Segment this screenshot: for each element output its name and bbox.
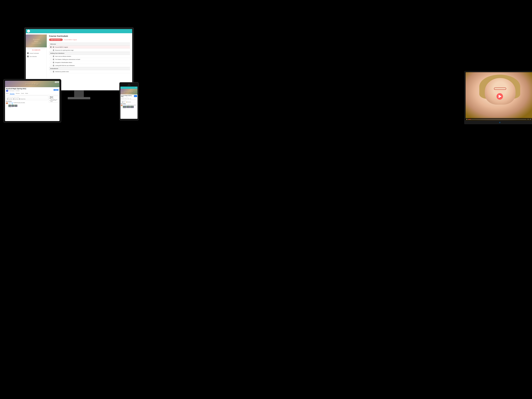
video-play-button[interactable] — [497, 93, 503, 100]
lesson-row[interactable]: Looking BEYOND the Law of Attraction — [49, 64, 130, 67]
lesson-title: How to set an effective intention — [55, 56, 71, 57]
tablet-bezel: Practical Magic ✏ Edit Practical Magic (… — [3, 79, 61, 123]
nav-item-curriculum[interactable]: Course Curriculum — [26, 51, 47, 55]
lesson-title: The Shadow: Getting your subconscious on… — [55, 59, 80, 60]
file-icon — [53, 56, 54, 57]
banner-subtitle: Unlocking the power within — [32, 43, 41, 44]
activity-thumbnails — [8, 105, 25, 107]
section-welcome: Welcome — [49, 43, 130, 46]
lesson-progress-icon — [50, 71, 52, 72]
activity-reactions: 0 Loves · 0 — [8, 107, 25, 108]
fb-body: Practical Magic (Spring 2021) Private gr… — [5, 87, 59, 109]
play-pause-icon[interactable]: ▶ — [467, 119, 467, 120]
phone-search-icon[interactable]: 🔍 — [135, 87, 137, 88]
activity-avatar — [6, 102, 8, 104]
lesson-row[interactable]: Resources for exploring divine magic — [49, 49, 130, 52]
tab-about[interactable]: About — [6, 93, 9, 95]
about-private: Private — [50, 98, 57, 99]
thumb-2 — [12, 105, 14, 107]
monitor-stand-base — [68, 97, 90, 99]
phone-fb-banner: Practical Magic — [120, 89, 138, 95]
fb-two-col: What's on your mind, Jessie? Photo/Video… — [6, 96, 58, 108]
section-intentions: Setting Your Intentions — [49, 52, 130, 55]
banner-title: PracticalMagic — [32, 38, 41, 42]
nav-label-curriculum: Course Curriculum — [30, 53, 39, 54]
progress-time: 0:01 — [527, 119, 529, 120]
section-embodiment: Embodiment — [49, 67, 130, 70]
phone-tab-watch[interactable]: Watch Party — [121, 98, 124, 100]
phone-invite-button[interactable]: + Invite — [134, 95, 137, 97]
phone-activity-action: updated the group cover photo. — [127, 105, 136, 105]
about-members-only: Only members can see who's in the group — [50, 99, 57, 102]
phone-write-box: Write something... 📷 Photo 👍 Recommend — [121, 100, 137, 103]
progress-fill — [468, 119, 471, 120]
phone-thumbnails — [123, 106, 136, 108]
post-action-photo[interactable]: Photo/Video — [7, 99, 13, 100]
lesson-title: You are DEEPLY magical — [55, 47, 68, 48]
tab-media[interactable]: Media — [25, 93, 28, 95]
fb-tabs: About Discussion Members Events Media — [6, 92, 58, 95]
phone-photo-action[interactable]: 📷 Photo — [121, 101, 125, 102]
back-button[interactable]: ‹ — [27, 30, 30, 32]
curriculum-icon — [27, 52, 29, 54]
fb-post-input[interactable]: What's on your mind, Jessie? — [7, 96, 47, 98]
post-action-tag[interactable]: Tag People — [13, 99, 18, 100]
monitor-nav-bar: ‹ — [26, 29, 132, 33]
lesson-row[interactable]: How to set an effective intention — [49, 55, 130, 58]
progress-track[interactable] — [468, 119, 526, 120]
fb-invite-button[interactable]: + Invite — [54, 89, 58, 91]
lesson-row[interactable]: You are DEEPLY magical — [49, 46, 130, 49]
file-icon — [53, 65, 54, 66]
nav-item-instructor[interactable]: Your Instructor — [26, 55, 47, 58]
phone-tab-files[interactable]: Files — [130, 98, 131, 100]
lesson-row[interactable]: The Shadow: Getting your subconscious on… — [49, 58, 130, 61]
surface-bezel: ▶ 0:01 🔊 ⛶ — [464, 71, 532, 121]
phone-thumb-2 — [127, 106, 130, 108]
phone-back-icon[interactable]: ‹ — [121, 87, 121, 89]
start-next-lecture-button[interactable]: Start next lecture › — [49, 38, 63, 41]
video-progress-bar[interactable]: ▶ 0:01 🔊 ⛶ — [466, 118, 532, 120]
lesson-progress-icon — [50, 58, 52, 60]
group-avatar — [6, 90, 8, 92]
tab-events[interactable]: Events — [21, 93, 24, 95]
activity-item: Jessie DaSilva updated the group cover p… — [6, 102, 48, 108]
phone-activity-likes: 0 Loves · 0 — [123, 108, 136, 109]
phone-tab-photos[interactable]: Photos — [125, 98, 127, 100]
presenter-face — [485, 78, 516, 105]
post-action-tag-label: Tag People — [14, 99, 18, 100]
edit-button[interactable]: ✏ Edit — [55, 82, 59, 83]
activity-name[interactable]: Jessie DaSilva — [8, 102, 14, 103]
tab-discussion[interactable]: Discussion — [10, 93, 14, 95]
lesson-row[interactable]: Intentions by another name — [49, 70, 130, 73]
file-icon — [53, 62, 54, 63]
volume-icon[interactable]: 🔊 — [530, 119, 531, 120]
phone-nav-tabs: Watch Party Photos Events Files — [121, 98, 137, 100]
about-private-label: Private — [51, 98, 54, 99]
instructor-icon — [27, 56, 29, 57]
tab-members[interactable]: Members — [16, 93, 20, 95]
windows-logo-icon: ⊞ — [499, 121, 500, 123]
about-members-label: Only members can see who's in the group — [51, 99, 57, 102]
lesson-progress-icon — [50, 49, 52, 51]
phone-tab-events[interactable]: Events — [127, 98, 129, 100]
phone-write-input[interactable]: Write something... — [121, 101, 137, 101]
presenter-glasses — [494, 88, 506, 90]
phone-activity-name[interactable]: Jessie DaSilva — [123, 105, 127, 105]
fb-group-meta: Private group · 1 member — [6, 90, 26, 92]
surface-tablet: ▶ 0:01 🔊 ⛶ ⊞ — [464, 71, 532, 124]
monitor-stand-neck — [74, 91, 84, 97]
file-icon — [53, 46, 54, 48]
feeling-icon — [19, 99, 20, 100]
nav-label-instructor: Your Instructor — [30, 56, 37, 57]
volume-controls: 🔊 ⛶ — [530, 119, 532, 120]
post-action-feeling[interactable]: Feeling/Activity — [19, 99, 25, 100]
fb-post-actions: Photo/Video Tag People Feeling/Activity — [7, 99, 47, 100]
tag-icon — [13, 99, 14, 100]
fb-about-box: About Private Only members can see who's… — [49, 96, 58, 103]
lesson-row[interactable]: Energetics & Manifestation Basics — [49, 61, 130, 64]
thumb-1 — [8, 105, 11, 107]
fb-group-title: Practical Magic (Spring 2021) — [6, 88, 26, 89]
activity-text: Jessie DaSilva updated the group cover p… — [8, 102, 25, 103]
phone-recommend-action[interactable]: 👍 Recommend — [126, 101, 131, 102]
phone-activity-text: Jessie DaSilva updated the group cover p… — [123, 105, 136, 105]
